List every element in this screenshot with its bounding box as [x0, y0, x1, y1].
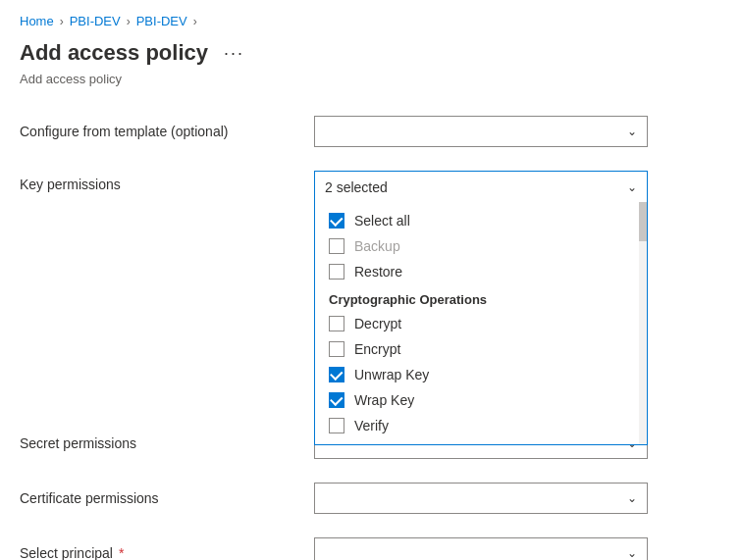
- breadcrumb-pbi-dev-1[interactable]: PBI-DEV: [70, 14, 121, 28]
- key-permissions-chevron-icon: ⌄: [627, 180, 637, 194]
- checkbox-encrypt-label: Encrypt: [354, 341, 400, 357]
- breadcrumb: Home › PBI-DEV › PBI-DEV ›: [0, 0, 741, 36]
- breadcrumb-sep-2: ›: [127, 15, 131, 28]
- checkbox-select-all[interactable]: Select all: [315, 208, 647, 233]
- checkbox-backup-box: [329, 238, 344, 254]
- checkbox-select-all-label: Select all: [354, 213, 410, 229]
- checkbox-wrap-key[interactable]: Wrap Key: [315, 387, 647, 413]
- configure-template-label: Configure from template (optional): [20, 124, 314, 139]
- checkbox-unwrap-key[interactable]: Unwrap Key: [315, 362, 647, 387]
- cert-permissions-chevron-icon: ⌄: [627, 491, 637, 505]
- breadcrumb-home[interactable]: Home: [20, 14, 54, 28]
- key-permissions-panel-inner: Select all Backup Restore Cryptographic …: [315, 202, 647, 444]
- cert-permissions-row: Certificate permissions ⌄: [20, 483, 721, 514]
- checkbox-unwrap-key-label: Unwrap Key: [354, 367, 429, 382]
- breadcrumb-sep-3: ›: [193, 15, 197, 28]
- checkbox-encrypt[interactable]: Encrypt: [315, 336, 647, 362]
- scrollbar-thumb[interactable]: [639, 202, 647, 241]
- checkbox-unwrap-key-box: [329, 367, 344, 382]
- breadcrumb-pbi-dev-2[interactable]: PBI-DEV: [136, 14, 187, 28]
- crypto-ops-section-header: Cryptographic Operations: [315, 284, 647, 311]
- more-options-button[interactable]: ···: [218, 41, 250, 66]
- page-title: Add access policy: [20, 40, 208, 66]
- select-principal-row: Select principal * ⌄: [20, 537, 721, 560]
- configure-template-dropdown[interactable]: ⌄: [314, 116, 648, 147]
- page-subtitle: Add access policy: [0, 72, 741, 106]
- checkbox-wrap-key-label: Wrap Key: [354, 392, 414, 408]
- key-permissions-panel: Select all Backup Restore Cryptographic …: [314, 202, 648, 445]
- key-permissions-row: Key permissions 2 selected ⌄ Select all …: [20, 171, 721, 202]
- select-principal-chevron-icon: ⌄: [627, 546, 637, 560]
- checkbox-restore-label: Restore: [354, 264, 402, 280]
- form-area: Configure from template (optional) ⌄ Key…: [0, 106, 741, 560]
- checkbox-decrypt[interactable]: Decrypt: [315, 311, 647, 336]
- checkbox-restore[interactable]: Restore: [315, 259, 647, 284]
- breadcrumb-sep-1: ›: [60, 15, 64, 28]
- select-principal-label: Select principal *: [20, 545, 314, 560]
- configure-template-chevron-icon: ⌄: [627, 125, 637, 138]
- secret-permissions-label: Secret permissions: [20, 435, 314, 451]
- checkbox-decrypt-label: Decrypt: [354, 316, 401, 331]
- key-permissions-value: 2 selected: [325, 179, 388, 195]
- checkbox-verify[interactable]: Verify: [315, 413, 647, 438]
- page-header: Add access policy ···: [0, 36, 741, 72]
- checkbox-backup-label: Backup: [354, 238, 400, 254]
- key-permissions-label: Key permissions: [20, 171, 314, 192]
- checkbox-backup[interactable]: Backup: [315, 233, 647, 259]
- checkbox-wrap-key-box: [329, 392, 344, 408]
- checkbox-decrypt-box: [329, 316, 344, 331]
- checkbox-encrypt-box: [329, 341, 344, 357]
- select-principal-dropdown[interactable]: ⌄: [314, 537, 648, 560]
- cert-permissions-dropdown[interactable]: ⌄: [314, 483, 648, 514]
- checkbox-restore-box: [329, 264, 344, 280]
- checkbox-verify-label: Verify: [354, 418, 389, 433]
- cert-permissions-label: Certificate permissions: [20, 490, 314, 506]
- checkbox-select-all-box: [329, 213, 344, 229]
- scrollbar-track: [639, 202, 647, 444]
- required-star: *: [119, 545, 124, 560]
- key-permissions-dropdown[interactable]: 2 selected ⌄: [314, 171, 648, 202]
- configure-template-row: Configure from template (optional) ⌄: [20, 116, 721, 147]
- checkbox-verify-box: [329, 418, 344, 433]
